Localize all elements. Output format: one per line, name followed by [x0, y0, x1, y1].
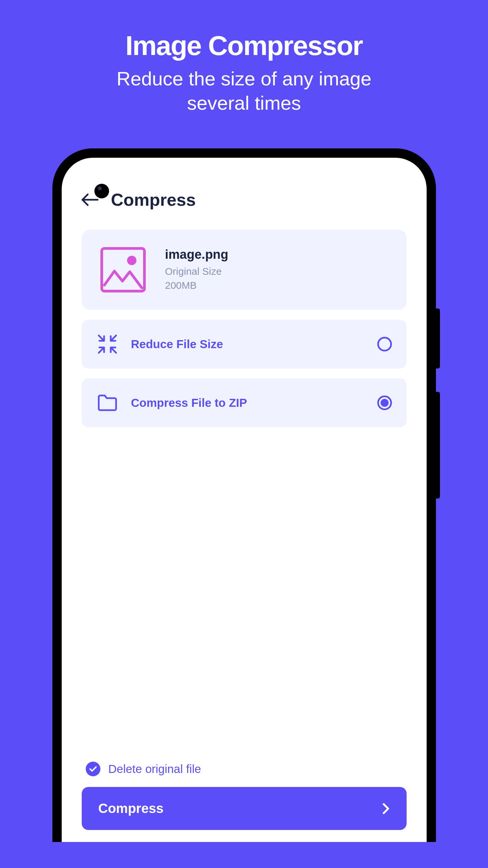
content-area: image.png Original Size 200MB: [62, 230, 427, 427]
phone-side-button-volume: [436, 392, 440, 498]
promo-subtitle-line2: several times: [187, 92, 301, 114]
bottom-actions: Delete original file Compress: [82, 762, 407, 830]
promo-subtitle-line1: Reduce the size of any image: [116, 68, 371, 89]
radio-zip[interactable]: [377, 396, 392, 410]
phone-side-button-power: [436, 308, 440, 369]
image-file-icon: [98, 245, 148, 294]
promo-subtitle: Reduce the size of any image several tim…: [0, 67, 488, 115]
promo-header: Image Compressor Reduce the size of any …: [0, 0, 488, 115]
option-compress-to-zip[interactable]: Compress File to ZIP: [82, 378, 407, 427]
option-reduce-file-size[interactable]: Reduce File Size: [82, 320, 407, 369]
promo-title: Image Compressor: [0, 30, 488, 61]
delete-original-label: Delete original file: [109, 762, 201, 776]
screen-title: Compress: [111, 190, 196, 210]
delete-original-toggle[interactable]: Delete original file: [82, 762, 407, 776]
file-info-card: image.png Original Size 200MB: [82, 230, 407, 310]
compress-arrows-icon: [96, 333, 118, 355]
radio-reduce[interactable]: [377, 337, 392, 351]
file-meta: Original Size 200MB: [165, 265, 390, 292]
phone-frame: Compress image.png: [52, 148, 436, 842]
svg-point-1: [127, 256, 136, 265]
file-name: image.png: [165, 247, 390, 262]
checkbox-checked-icon: [86, 762, 100, 776]
file-info-text: image.png Original Size 200MB: [165, 247, 390, 292]
option-zip-label: Compress File to ZIP: [131, 396, 377, 409]
phone-camera-hole: [94, 184, 109, 198]
radio-zip-selected-dot: [380, 399, 389, 407]
compress-button-label: Compress: [98, 801, 164, 816]
compress-button[interactable]: Compress: [82, 787, 407, 830]
app-header: Compress: [62, 158, 427, 223]
file-size: 200MB: [165, 278, 390, 292]
folder-icon: [96, 392, 118, 414]
phone-mockup: Compress image.png: [52, 148, 436, 842]
chevron-right-icon: [382, 803, 390, 815]
phone-screen: Compress image.png: [62, 158, 427, 842]
file-meta-label: Original Size: [165, 265, 390, 278]
option-reduce-label: Reduce File Size: [131, 338, 377, 351]
